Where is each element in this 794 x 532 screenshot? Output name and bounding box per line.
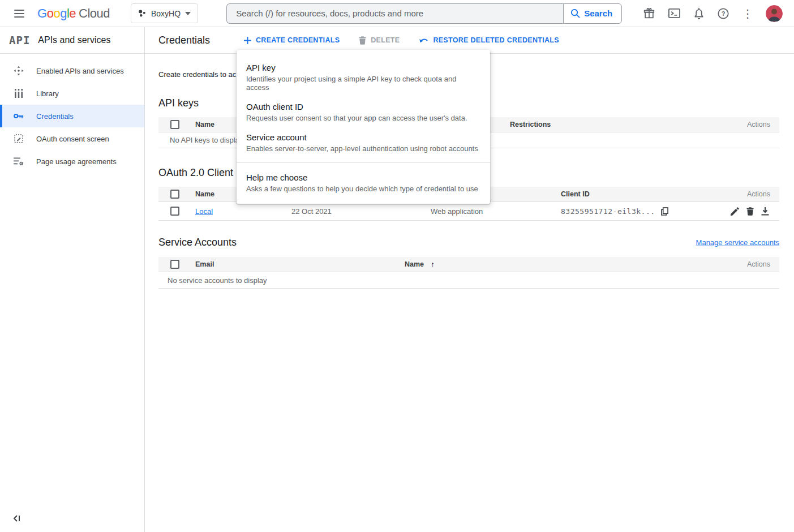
delete-button[interactable]: DELETE [359,36,400,45]
download-icon [761,207,769,216]
search-input[interactable] [226,3,563,24]
sidebar-title: APIs and services [38,35,110,45]
download-client-button[interactable] [761,207,769,216]
menu-item-service-account[interactable]: Service account Enables server-to-server… [237,127,490,158]
select-all-checkbox[interactable] [170,120,179,129]
column-header-client-id[interactable]: Client ID [561,190,747,198]
service-accounts-title: Service Accounts [158,237,237,248]
creation-date-value: 22 Oct 2021 [291,207,332,216]
menu-item-title: OAuth client ID [246,101,479,112]
row-checkbox[interactable] [170,207,179,216]
sidebar-item-oauth-consent[interactable]: OAuth consent screen [0,127,144,150]
copy-client-id-button[interactable] [661,207,668,216]
sidebar-item-credentials[interactable]: Credentials [0,105,144,127]
sidebar: API APIs and services Enabled APIs and s… [0,27,145,532]
service-accounts-table: Email Name ↑ Actions No service accounts… [158,257,779,289]
page-title: Credentials [158,35,210,46]
menu-item-title: API key [246,62,479,73]
menu-item-api-key[interactable]: API key Identifies your project using a … [237,58,490,97]
gift-button[interactable] [643,7,655,20]
enabled-apis-icon [14,66,24,76]
sort-asc-icon[interactable]: ↑ [431,260,435,269]
client-id-value: 83255951712-eil3k... [561,207,655,216]
avatar-photo [766,5,783,22]
collapse-sidebar-button[interactable] [12,514,22,524]
agreements-icon [14,157,24,166]
sidebar-nav: Enabled APIs and services Library Creden… [0,54,144,173]
edit-client-button[interactable] [731,207,739,216]
collapse-panel-icon [12,514,22,522]
consent-screen-icon [14,134,24,143]
search-icon [570,8,580,18]
google-cloud-logo: GoogleCloud [37,6,110,21]
copy-icon [661,207,668,216]
sidebar-item-label: Enabled APIs and services [36,67,124,75]
column-header-email[interactable]: Email [195,260,405,268]
restore-deleted-credentials-button[interactable]: RESTORE DELETED CREDENTIALS [419,36,559,44]
client-name-link[interactable]: Local [195,207,213,216]
sidebar-item-library[interactable]: Library [0,82,144,105]
library-icon [14,89,24,98]
sidebar-item-enabled-apis[interactable]: Enabled APIs and services [0,59,144,82]
bell-icon [693,7,705,20]
sidebar-item-label: Credentials [36,112,74,121]
select-all-checkbox[interactable] [170,190,179,199]
oauth-client-row: Local 22 Oct 2021 Web application 832559… [158,202,779,221]
plus-icon [244,37,251,44]
menu-item-description: Requests user consent so that your app c… [246,114,479,122]
column-header-restrictions[interactable]: Restrictions [510,121,747,128]
top-bar: GoogleCloud BoxyHQ Search ? ⋮ [0,0,794,27]
key-icon [14,113,24,119]
notifications-button[interactable] [693,7,705,20]
create-credentials-menu: API key Identifies your project using a … [237,50,490,204]
svg-text:?: ? [722,10,726,16]
menu-item-title: Service account [246,132,479,143]
column-header-actions: Actions [747,121,779,128]
hamburger-menu-icon[interactable] [14,10,24,18]
service-accounts-table-header: Email Name ↑ Actions [158,257,779,272]
undo-icon [419,37,428,44]
user-avatar[interactable] [766,5,783,22]
create-credentials-label: CREATE CREDENTIALS [256,36,340,44]
vertical-dots-icon: ⋮ [742,8,753,19]
cloud-shell-button[interactable] [668,7,681,20]
restore-label: RESTORE DELETED CREDENTIALS [433,36,559,44]
menu-item-help-me-choose[interactable]: Help me choose Asks a few questions to h… [237,168,490,198]
manage-service-accounts-link[interactable]: Manage service accounts [696,238,779,247]
help-icon: ? [717,7,729,20]
create-credentials-button[interactable]: CREATE CREDENTIALS [244,36,340,44]
menu-item-description: Asks a few questions to help you decide … [246,185,479,193]
google-logo-cloud: Cloud [79,6,110,20]
name-label: Name [405,260,424,268]
api-logo: API [9,34,30,46]
column-header-actions: Actions [747,190,779,198]
sidebar-item-label: Page usage agreements [36,157,117,166]
intro-text: Create credentials to ac [158,70,236,79]
delete-label: DELETE [371,36,400,44]
project-selector[interactable]: BoxyHQ [131,3,198,23]
project-icon [138,9,147,18]
column-header-name[interactable]: Name ↑ [405,260,747,269]
column-header-actions: Actions [747,260,779,268]
help-button[interactable]: ? [717,7,729,20]
menu-divider [237,162,490,163]
sidebar-item-page-usage[interactable]: Page usage agreements [0,150,144,173]
search-button[interactable]: Search [563,3,622,24]
menu-item-oauth-client-id[interactable]: OAuth client ID Requests user consent so… [237,97,490,127]
more-options-button[interactable]: ⋮ [742,8,753,19]
delete-client-button[interactable] [746,207,754,216]
trash-icon [359,36,366,45]
gift-icon [643,7,655,20]
sidebar-header: API APIs and services [0,27,144,54]
api-keys-title: API keys [158,97,199,109]
sidebar-item-label: OAuth consent screen [36,135,109,143]
menu-item-description: Enables server-to-server, app-level auth… [246,144,479,153]
terminal-icon [668,7,681,20]
client-type-value: Web application [431,207,561,216]
select-all-checkbox[interactable] [170,260,179,269]
menu-item-title: Help me choose [246,172,479,183]
sidebar-item-label: Library [36,89,59,98]
topbar-actions: ? ⋮ [643,5,783,22]
menu-item-description: Identifies your project using a simple A… [246,75,479,92]
pencil-icon [731,207,739,216]
